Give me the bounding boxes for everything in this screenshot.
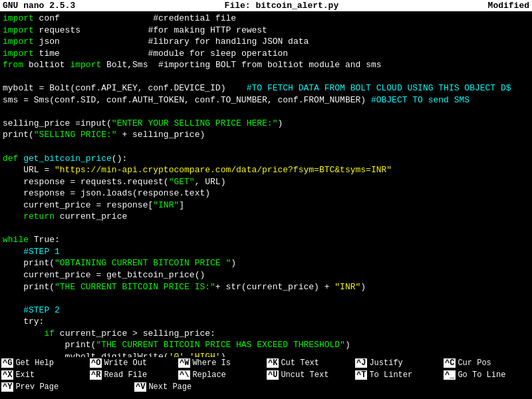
shortcut-write-out[interactable]: ^O Write Out	[88, 358, 177, 368]
shortcut-cur-pos[interactable]: ^C Cur Pos	[442, 358, 531, 368]
editor-area[interactable]: import conf #credential file import requ…	[0, 11, 532, 357]
shortcut-prev-page[interactable]: ^Y Prev Page	[0, 382, 133, 392]
file-name: File: bitcoin_alert.py	[225, 1, 339, 11]
shortcut-exit[interactable]: ^X Exit	[0, 370, 88, 380]
title-bar: GNU nano 2.5.3 File: bitcoin_alert.py Mo…	[0, 0, 532, 11]
shortcut-row-1: ^G Get Help ^O Write Out ^W Where Is ^K …	[0, 357, 532, 369]
shortcut-next-page[interactable]: ^V Next Page	[133, 382, 266, 392]
shortcut-cut-text[interactable]: ^K Cut Text	[265, 358, 354, 368]
shortcut-uncut-text[interactable]: ^U Uncut Text	[265, 370, 354, 380]
shortcut-justify[interactable]: ^J Justify	[354, 358, 442, 368]
shortcut-read-file[interactable]: ^R Read File	[88, 370, 177, 380]
shortcut-row-2: ^X Exit ^R Read File ^\ Replace ^U Uncut…	[0, 369, 532, 381]
shortcut-to-linter[interactable]: ^T To Linter	[354, 370, 442, 380]
shortcut-get-help[interactable]: ^G Get Help	[0, 358, 88, 368]
shortcut-where-is[interactable]: ^W Where Is	[177, 358, 265, 368]
shortcut-row-3: ^Y Prev Page ^V Next Page	[0, 381, 532, 393]
modified-status: Modified	[488, 1, 529, 11]
shortcut-replace[interactable]: ^\ Replace	[177, 370, 265, 380]
shortcut-go-to-line[interactable]: ^_ Go To Line	[442, 370, 531, 380]
app-title: GNU nano 2.5.3	[3, 1, 75, 11]
status-bar: ^G Get Help ^O Write Out ^W Where Is ^K …	[0, 357, 532, 396]
